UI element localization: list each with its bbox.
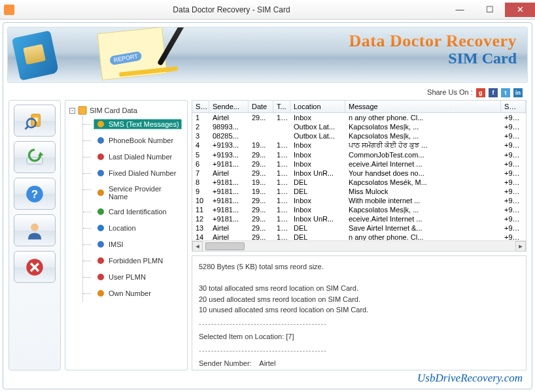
svg-point-14 <box>97 170 104 176</box>
grid-cell: 1 <box>192 113 209 122</box>
titlebar: Data Doctor Recovery - SIM Card — ☐ ✕ <box>0 0 535 20</box>
svg-point-11 <box>97 121 104 127</box>
linkedin-icon[interactable]: in <box>513 88 523 97</box>
sidebar-toolbar: ? <box>9 100 61 370</box>
grid-row[interactable]: 11+9181...29...1...InboxKapcsolatos Mes|… <box>192 205 526 214</box>
grid-cell: DEL <box>290 233 345 240</box>
tree-item-label: SMS (Text Messages) <box>109 120 179 128</box>
scroll-right-arrow[interactable]: ► <box>515 241 526 252</box>
grid-row[interactable]: 6+9181...29...1...Inboxeceive.Airtel Int… <box>192 159 526 169</box>
grid-header-cell[interactable]: S... <box>192 101 209 112</box>
tree-item[interactable]: SMS (Text Messages) <box>83 116 184 133</box>
grid-row[interactable]: 13Airtel29...1...DELSave Airtel Internet… <box>192 223 526 233</box>
grid-cell: 29... <box>249 150 273 159</box>
grid-cell: 1... <box>273 169 290 178</box>
grid-header-cell[interactable]: Sende... <box>209 101 249 112</box>
tree-item[interactable]: Last Dialed Number <box>83 149 184 165</box>
tree-item-icon <box>96 188 105 197</box>
facebook-icon[interactable]: f <box>489 88 498 97</box>
tree-item[interactable]: Location <box>83 220 184 237</box>
grid-row[interactable]: 12+9181...29...1...Inbox UnR...eceive.Ai… <box>192 214 526 223</box>
brand-line2: SIM Card <box>349 50 517 67</box>
exit-button[interactable] <box>14 251 56 283</box>
grid-cell <box>249 122 273 131</box>
recover-button[interactable] <box>14 141 56 173</box>
grid-cell: Kapcsolatos Mesék, M... <box>345 178 501 187</box>
svg-text:?: ? <box>31 188 38 201</box>
magnifier-sim-icon <box>24 110 46 132</box>
grid-hscrollbar[interactable]: ◄ ► <box>192 240 526 251</box>
grid-cell: 14 <box>192 233 209 240</box>
svg-point-13 <box>97 154 104 160</box>
help-button[interactable]: ? <box>14 178 56 210</box>
grid-row[interactable]: 9+9181...19...1...DEL Miss Mulock+91... <box>192 187 526 196</box>
grid-row[interactable]: 1Airtel29...1...Inboxn any other phone. … <box>192 113 526 122</box>
grid-cell: +91... <box>501 131 526 140</box>
scroll-thumb[interactable] <box>205 242 245 250</box>
grid-cell: +9181... <box>209 178 249 187</box>
grid-cell: DEL <box>290 223 345 233</box>
grid-cell: DEL <box>290 187 345 196</box>
tree-root[interactable]: - SIM Card Data <box>68 105 184 116</box>
grid-header-cell[interactable]: Message <box>345 101 501 112</box>
tree-item[interactable]: Card Identification <box>83 204 184 220</box>
googleplus-icon[interactable]: g <box>476 88 485 97</box>
grid-cell: DEL <box>290 178 345 187</box>
grid-cell: +91... <box>501 196 526 205</box>
grid-cell: n any other phone. Cl... <box>345 233 501 240</box>
grid-header-cell[interactable]: SMS... <box>501 101 526 112</box>
grid-cell: Outbox Lat... <box>290 122 345 131</box>
tree-item-label: Service Provider Name <box>109 185 182 201</box>
grid-cell: Inbox <box>290 150 345 159</box>
grid-header-cell[interactable]: Location <box>290 101 345 112</box>
tree-item[interactable]: Service Provider Name <box>83 182 184 204</box>
tree-item-label: Card Identification <box>109 208 167 216</box>
grid-row[interactable]: 14Airtel29...1...DELn any other phone. C… <box>192 233 526 240</box>
details-alloc-total: 30 total allocated sms reord location on… <box>199 283 519 294</box>
grid-header-cell[interactable]: Date <box>249 101 273 112</box>
close-button[interactable]: ✕ <box>505 3 535 17</box>
tree-item[interactable]: IMSI <box>83 237 184 253</box>
grid-cell: 1... <box>273 223 290 233</box>
grid-cell: +9181... <box>209 196 249 205</box>
grid-header-cell[interactable]: T... <box>273 101 290 112</box>
help-icon: ? <box>24 183 46 205</box>
grid-cell: +91... <box>501 113 526 122</box>
grid-row[interactable]: 8+9181...19...1...DELKapcsolatos Mesék, … <box>192 178 526 187</box>
grid-cell: 12 <box>192 214 209 223</box>
grid-row[interactable]: 4+9193...19...1...Inboxਪਾਠ ਸਮੱਗਰੀ ਕੋਈ ਹੋ… <box>192 140 526 150</box>
share-bar: Share Us On : g f t in <box>3 87 532 100</box>
sim-data-tree[interactable]: - SIM Card Data SMS (Text Messages)Phone… <box>65 100 188 370</box>
grid-cell: 2 <box>192 122 209 131</box>
tree-item[interactable]: Own Number <box>83 286 184 302</box>
grid-row[interactable]: 298993...Outbox Lat...Kapcsolatos Mes|k,… <box>192 122 526 131</box>
footer-link[interactable]: UsbDriveRecovery.com <box>417 372 523 385</box>
tree-item-icon <box>96 136 105 145</box>
search-sim-button[interactable] <box>14 105 56 137</box>
tree-item-label: PhoneBook Number <box>109 137 173 144</box>
tree-item[interactable]: PhoneBook Number <box>83 133 184 149</box>
tree-item[interactable]: Fixed Dialed Number <box>83 165 184 182</box>
tree-item[interactable]: Forbidden PLMN <box>83 253 184 269</box>
grid-row[interactable]: 308285...Outbox Lat...Kapcsolatos Mes|k,… <box>192 131 526 140</box>
grid-row[interactable]: 10+9181...29...1...InboxWith mobile inte… <box>192 196 526 205</box>
sim-card-icon <box>12 30 59 80</box>
grid-body[interactable]: 1Airtel29...1...Inboxn any other phone. … <box>192 113 526 240</box>
scroll-left-arrow[interactable]: ◄ <box>192 241 203 252</box>
twitter-icon[interactable]: t <box>501 88 510 97</box>
collapse-icon[interactable]: - <box>69 108 75 114</box>
grid-row[interactable]: 7Airtel29...1...Inbox UnR...Your handset… <box>192 169 526 178</box>
minimize-button[interactable]: — <box>445 3 475 17</box>
sim-icon <box>78 106 87 115</box>
grid-cell: Inbox <box>290 205 345 214</box>
tree-item-label: Forbidden PLMN <box>109 257 163 265</box>
grid-cell: 19... <box>249 187 273 196</box>
brand-line1: Data Doctor Recovery <box>349 31 517 51</box>
grid-row[interactable]: 5+9193...29...1...InboxCommonJobTest.com… <box>192 150 526 159</box>
maximize-button[interactable]: ☐ <box>475 3 505 17</box>
tree-item[interactable]: User PLMN <box>83 269 184 286</box>
about-button[interactable] <box>14 214 56 246</box>
tree-item-label: IMSI <box>109 240 124 248</box>
grid-cell: Miss Mulock <box>345 187 501 196</box>
sms-grid[interactable]: S...Sende...DateT...LocationMessageSMS..… <box>192 100 526 252</box>
